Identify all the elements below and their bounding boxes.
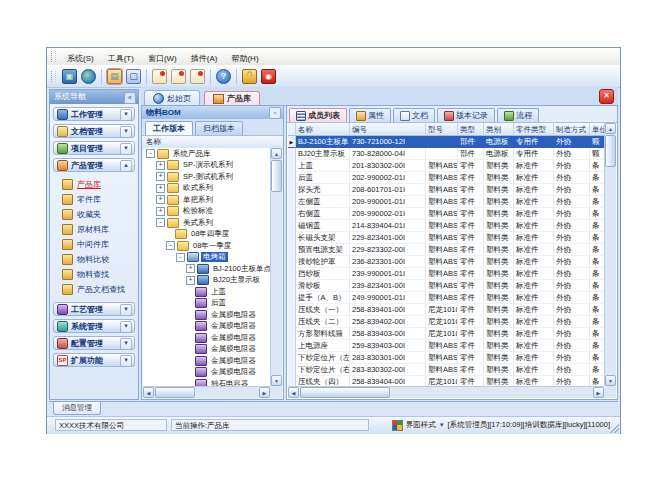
resize-grip[interactable] — [610, 424, 619, 433]
table-row[interactable]: 后盖202-990002-01I塑料ABS零件塑料类标准件外协条 — [288, 172, 604, 184]
globe-icon[interactable] — [81, 69, 96, 84]
table-row[interactable]: 接纱轮护罩236-823301-00I塑料ABS零件塑料类标准件外协条 — [288, 256, 604, 268]
sidebar-item-中间件库[interactable]: 中间件库 — [54, 237, 134, 252]
chevron-down-icon[interactable]: ▼ — [120, 143, 132, 155]
sidebar-group-项目管理[interactable]: 项目管理▼ — [53, 141, 135, 155]
table-row[interactable]: 上盖201-830302-00I塑料ABS零件塑料类标准件外协条 — [288, 160, 604, 172]
chevron-down-icon[interactable]: ▼ — [120, 304, 132, 316]
table-row[interactable]: 右侧盖209-990002-01I塑料ABS零件塑料类标准件外协条 — [288, 208, 604, 220]
bom-tree-vscrollbar[interactable]: ▲ ▼ — [270, 148, 282, 386]
tree-node[interactable]: +BJ20主显示板 — [143, 275, 270, 287]
scroll-right-icon[interactable]: ▶ — [593, 387, 604, 398]
tree-node[interactable]: 独石电容器 — [143, 378, 270, 386]
workspace-icon[interactable] — [126, 69, 141, 84]
column-header-类型[interactable]: 类型 — [458, 123, 484, 136]
close-document-button[interactable]: ✕ — [599, 89, 614, 104]
scroll-down-icon[interactable]: ▼ — [605, 375, 616, 386]
tree-node[interactable]: +单把系列 — [143, 194, 270, 206]
tab-工作版本[interactable]: 工作版本 — [145, 121, 193, 135]
vscroll-thumb[interactable] — [271, 160, 282, 192]
tree-node[interactable]: -电烤箱 — [143, 252, 270, 264]
sidebar-item-产品库[interactable]: 产品库 — [54, 177, 134, 192]
vscroll-thumb[interactable] — [605, 135, 616, 167]
sidebar-item-物料比较[interactable]: 物料比较 — [54, 252, 134, 267]
collapse-toggle-icon[interactable]: - — [156, 218, 165, 227]
tree-node[interactable]: 金属膜电阻器 — [143, 321, 270, 333]
style-dropdown-label[interactable]: 界面样式 — [406, 420, 436, 430]
expand-toggle-icon[interactable]: + — [156, 172, 165, 181]
tree-node[interactable]: 08年四季度 — [143, 229, 270, 241]
expand-toggle-icon[interactable]: + — [156, 161, 165, 170]
column-header-零件类型[interactable]: 零件类型 — [514, 123, 554, 136]
tab-文档[interactable]: 文档 — [393, 108, 435, 122]
table-row[interactable]: 探头壳208-601701-01I塑料ABS零件塑料类标准件外协条 — [288, 184, 604, 196]
tab-归档版本[interactable]: 归档版本 — [195, 121, 243, 135]
table-row[interactable]: ▶BJ-2100主板单点730-721000-12I部件电源板专用件外协颗 — [288, 136, 604, 148]
scroll-right-icon[interactable]: ▶ — [259, 387, 270, 398]
scroll-left-icon[interactable]: ◀ — [288, 387, 299, 398]
sidebar-group-工艺管理[interactable]: 工艺管理▼ — [53, 302, 135, 316]
sidebar-collapse-icon[interactable]: « — [124, 92, 136, 104]
column-header-型号[interactable]: 型号 — [426, 123, 458, 136]
table-vscrollbar[interactable]: ▲ ▼ — [604, 123, 616, 386]
table-row[interactable]: 长磁头支架229-823401-00I塑料ABS零件塑料类标准件外协条 — [288, 232, 604, 244]
message-new-icon[interactable] — [152, 69, 167, 84]
menu-item[interactable]: 系统(S) — [60, 54, 101, 63]
sidebar-group-产品管理[interactable]: 产品管理▲ — [53, 158, 135, 172]
tree-node[interactable]: -08年一季度 — [143, 240, 270, 252]
table-row[interactable]: 方形塑料线箍258-839403-00I尼龙1010零件塑料类标准件外协条 — [288, 328, 604, 340]
hscroll-thumb[interactable] — [155, 387, 195, 398]
menu-item[interactable]: 工具(T) — [101, 54, 141, 63]
pin-icon[interactable]: ▫ — [269, 107, 281, 119]
scroll-up-icon[interactable]: ▲ — [271, 148, 282, 159]
tree-node[interactable]: +检验标准 — [143, 206, 270, 218]
table-row[interactable]: 下纱定位片（左）283-830301-00I塑料ABS零件塑料类标准件外协条 — [288, 352, 604, 364]
menu-item[interactable]: 帮助(H) — [224, 54, 265, 63]
expand-toggle-icon[interactable]: + — [156, 207, 165, 216]
expand-toggle-icon[interactable]: + — [186, 264, 195, 273]
sidebar-item-产品文档查找[interactable]: 产品文档查找 — [54, 282, 134, 297]
tree-node[interactable]: -系统产品库 — [143, 148, 270, 160]
tree-node[interactable]: +BJ-2100主板单点 — [143, 263, 270, 275]
table-row[interactable]: 预置电源支架229-823302-00I塑料ABS零件塑料类标准件外协条 — [288, 244, 604, 256]
tab-属性[interactable]: 属性 — [349, 108, 391, 122]
table-row[interactable]: 压线夹（一）258-839401-00I尼龙1010零件塑料类标准件外协条 — [288, 304, 604, 316]
menu-item[interactable]: 插件(A) — [184, 54, 225, 63]
chevron-down-icon[interactable]: ▼ — [120, 355, 132, 367]
table-row[interactable]: 下纱定位片（右）283-830302-00I塑料ABS零件塑料类标准件外协条 — [288, 364, 604, 376]
tree-node[interactable]: +SP-演示机系列 — [143, 160, 270, 172]
menubar-drag-handle[interactable] — [51, 51, 56, 62]
hscroll-thumb[interactable] — [300, 387, 390, 398]
tree-node[interactable]: 金属膜电阻器 — [143, 355, 270, 367]
sidebar-group-系统管理[interactable]: 系统管理▼ — [53, 319, 135, 333]
chevron-down-icon[interactable]: ▼ — [120, 126, 132, 138]
table-row[interactable]: 磁钢盖214-839404-01I塑料ABS零件塑料类标准件外协条 — [288, 220, 604, 232]
expand-toggle-icon[interactable]: + — [156, 184, 165, 193]
column-header-制造方式[interactable]: 制造方式 — [554, 123, 590, 136]
tab-message-manager[interactable]: 消息管理 — [53, 402, 101, 415]
exit-icon[interactable] — [261, 69, 276, 84]
tree-node[interactable]: 金属膜电阻器 — [143, 367, 270, 379]
scroll-up-icon[interactable]: ▲ — [605, 123, 616, 134]
style-palette-icon[interactable] — [392, 420, 403, 431]
column-header-名称[interactable]: 名称 — [296, 123, 350, 136]
tree-node[interactable]: +SP-测试机系列 — [143, 171, 270, 183]
sidebar-group-扩展功能[interactable]: SP扩展功能▼ — [53, 353, 135, 367]
tab-起始页[interactable]: 起始页 — [144, 90, 200, 105]
chevron-down-icon[interactable]: ▼ — [120, 338, 132, 350]
tab-版本记录[interactable]: 版本记录 — [437, 108, 495, 122]
expand-toggle-icon[interactable]: + — [156, 195, 165, 204]
sidebar-group-配置管理[interactable]: 配置管理▼ — [53, 336, 135, 350]
sidebar-group-文档管理[interactable]: 文档管理▼ — [53, 124, 135, 138]
tree-node[interactable]: 金属膜电阻器 — [143, 309, 270, 321]
sidebar-item-零件库[interactable]: 零件库 — [54, 192, 134, 207]
chevron-down-icon[interactable]: ▼ — [120, 321, 132, 333]
tab-流程[interactable]: 流程 — [497, 108, 539, 122]
menu-item[interactable]: 窗口(W) — [141, 54, 184, 63]
table-row[interactable]: 左侧盖209-990001-01I塑料ABS零件塑料类标准件外协条 — [288, 196, 604, 208]
expand-toggle-icon[interactable]: + — [186, 276, 195, 285]
tree-node[interactable]: +欧式系列 — [143, 183, 270, 195]
tree-node[interactable]: 上盖 — [143, 286, 270, 298]
collapse-toggle-icon[interactable]: - — [166, 241, 175, 250]
collapse-toggle-icon[interactable]: - — [176, 253, 185, 262]
